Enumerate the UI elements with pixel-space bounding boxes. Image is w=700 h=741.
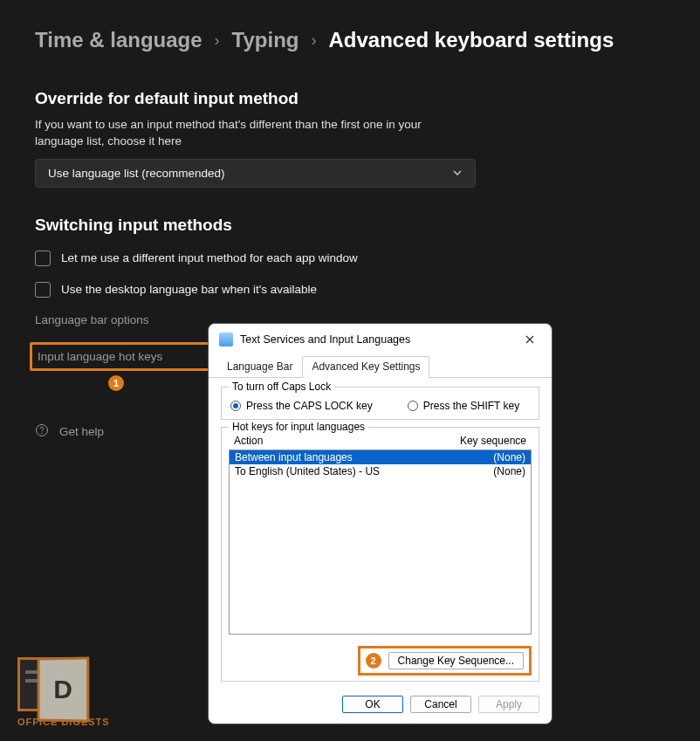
tab-advanced-key-settings[interactable]: Advanced Key Settings bbox=[302, 356, 429, 378]
radio-caps-lock[interactable]: Press the CAPS LOCK key bbox=[230, 400, 373, 412]
hotkeys-group: Hot keys for input languages Action Key … bbox=[221, 427, 539, 682]
dialog-titlebar[interactable]: Text Services and Input Languages bbox=[209, 324, 552, 353]
list-action: Between input languages bbox=[235, 451, 353, 463]
radio-icon bbox=[230, 401, 241, 411]
dropdown-value: Use language list (recommended) bbox=[48, 167, 225, 180]
change-key-sequence-button[interactable]: Change Key Sequence... bbox=[388, 652, 524, 669]
breadcrumb-level3: Advanced keyboard settings bbox=[328, 28, 614, 52]
list-action: To English (United States) - US bbox=[235, 465, 380, 477]
cancel-button[interactable]: Cancel bbox=[410, 696, 471, 713]
annotation-highlight-1: Input language hot keys bbox=[30, 342, 217, 371]
watermark-icon: D bbox=[38, 656, 90, 722]
breadcrumb: Time & language › Typing › Advanced keyb… bbox=[0, 0, 700, 61]
caps-lock-group: To turn off Caps Lock Press the CAPS LOC… bbox=[221, 387, 539, 420]
dialog-body: To turn off Caps Lock Press the CAPS LOC… bbox=[209, 378, 552, 687]
radio-shift-label: Press the SHIFT key bbox=[423, 400, 519, 412]
override-section-title: Override for default input method bbox=[35, 89, 665, 108]
caps-lock-legend: To turn off Caps Lock bbox=[229, 381, 334, 393]
text-services-dialog: Text Services and Input Languages Langua… bbox=[208, 323, 552, 724]
checkbox-per-app-label: Let me use a different input method for … bbox=[61, 251, 358, 264]
checkbox-langbar[interactable] bbox=[35, 282, 51, 298]
radio-shift[interactable]: Press the SHIFT key bbox=[408, 400, 519, 412]
hotkeys-list[interactable]: Between input languages (None) To Englis… bbox=[229, 449, 532, 635]
checkbox-per-app[interactable] bbox=[35, 250, 51, 266]
checkbox-langbar-label: Use the desktop language bar when it's a… bbox=[61, 283, 317, 296]
help-icon bbox=[35, 423, 49, 440]
list-row[interactable]: Between input languages (None) bbox=[230, 450, 531, 464]
link-input-language-hotkeys[interactable]: Input language hot keys bbox=[38, 350, 162, 363]
col-key-sequence: Key sequence bbox=[460, 435, 526, 447]
dialog-tabs: Language Bar Advanced Key Settings bbox=[209, 355, 552, 378]
ok-button[interactable]: OK bbox=[342, 696, 403, 713]
dialog-icon bbox=[219, 333, 233, 346]
close-icon[interactable] bbox=[517, 331, 543, 348]
tab-language-bar[interactable]: Language Bar bbox=[217, 356, 302, 378]
dialog-footer: OK Cancel Apply bbox=[209, 687, 552, 724]
breadcrumb-level2[interactable]: Typing bbox=[232, 28, 299, 52]
annotation-badge-1: 1 bbox=[108, 375, 124, 391]
radio-icon bbox=[408, 401, 418, 411]
get-help-label: Get help bbox=[59, 425, 104, 438]
checkbox-row-per-app[interactable]: Let me use a different input method for … bbox=[35, 250, 665, 266]
col-action: Action bbox=[234, 435, 263, 447]
dialog-title: Text Services and Input Languages bbox=[240, 333, 517, 346]
annotation-highlight-2: 2 Change Key Sequence... bbox=[358, 646, 532, 676]
switching-section-title: Switching input methods bbox=[35, 216, 665, 235]
list-seq: (None) bbox=[493, 465, 525, 477]
list-row[interactable]: To English (United States) - US (None) bbox=[230, 464, 531, 478]
annotation-badge-2: 2 bbox=[366, 653, 381, 669]
radio-caps-label: Press the CAPS LOCK key bbox=[246, 400, 373, 412]
apply-button: Apply bbox=[478, 696, 539, 713]
override-description: If you want to use an input method that'… bbox=[35, 117, 436, 150]
list-header: Action Key sequence bbox=[229, 435, 532, 449]
svg-point-1 bbox=[41, 432, 42, 433]
chevron-right-icon: › bbox=[215, 31, 220, 50]
chevron-right-icon: › bbox=[311, 31, 316, 50]
checkbox-row-langbar[interactable]: Use the desktop language bar when it's a… bbox=[35, 282, 665, 298]
hotkeys-legend: Hot keys for input languages bbox=[229, 421, 368, 433]
watermark: D OFFICE DIGESTS bbox=[17, 657, 110, 727]
list-seq: (None) bbox=[493, 451, 525, 463]
breadcrumb-level1[interactable]: Time & language bbox=[35, 28, 202, 52]
chevron-down-icon bbox=[452, 168, 463, 178]
input-method-dropdown[interactable]: Use language list (recommended) bbox=[35, 159, 476, 188]
